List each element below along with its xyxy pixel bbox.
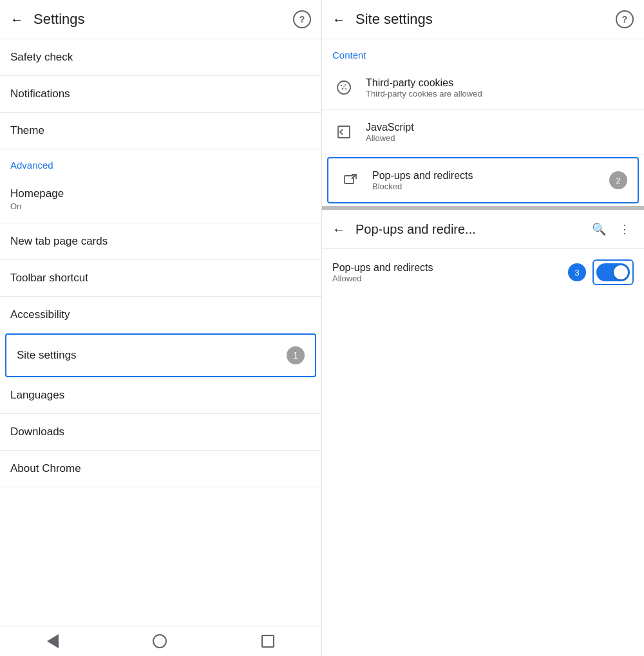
popups-toggle-label: Pop-ups and redirects — [332, 262, 568, 274]
svg-point-4 — [345, 88, 346, 89]
toolbar-shortcut-label: Toolbar shortcut — [10, 272, 311, 285]
popups-toggle-switch-wrapper — [592, 259, 634, 285]
cookies-title: Third-party cookies — [366, 77, 634, 89]
site-settings-list: Third-party cookies Third-party cookies … — [322, 66, 644, 203]
sidebar-item-accessibility[interactable]: Accessibility — [0, 297, 321, 333]
homepage-label: Homepage — [10, 187, 311, 200]
popups-toggle-row: Pop-ups and redirects Allowed 3 — [322, 249, 644, 295]
javascript-item[interactable]: JavaScript Allowed — [322, 110, 644, 155]
sidebar-item-theme[interactable]: Theme — [0, 113, 321, 149]
popups-subtitle: Blocked — [372, 182, 604, 191]
cookies-subtitle: Third-party cookies are allowed — [366, 89, 634, 98]
content-section-label: Content — [322, 39, 644, 66]
popups-title: Pop-ups and redirects — [372, 170, 604, 182]
accessibility-label: Accessibility — [10, 308, 311, 321]
theme-label: Theme — [10, 124, 311, 137]
site-settings-help-icon[interactable]: ? — [616, 10, 634, 28]
popup-icon — [339, 169, 362, 192]
notifications-label: Notifications — [10, 88, 311, 100]
js-title: JavaScript — [366, 122, 634, 133]
sidebar-item-about-chrome[interactable]: About Chrome — [0, 451, 321, 487]
svg-point-5 — [343, 86, 345, 88]
site-settings-panel: ← Site settings ? Content — [322, 0, 644, 210]
sidebar-item-languages[interactable]: Languages — [0, 377, 321, 414]
homepage-sublabel: On — [10, 201, 311, 211]
sidebar-item-downloads[interactable]: Downloads — [0, 414, 321, 451]
svg-point-0 — [337, 81, 350, 94]
svg-point-2 — [345, 84, 346, 86]
settings-header: ← Settings ? — [0, 0, 321, 39]
advanced-section-label: Advanced — [0, 149, 321, 176]
back-nav-icon[interactable] — [47, 634, 59, 648]
sidebar-item-toolbar-shortcut[interactable]: Toolbar shortcut — [0, 260, 321, 297]
site-settings-badge: 1 — [287, 346, 305, 364]
popups-badge: 2 — [609, 171, 627, 189]
downloads-label: Downloads — [10, 426, 311, 438]
more-options-icon[interactable]: ⋮ — [616, 220, 634, 238]
svg-rect-7 — [345, 176, 354, 183]
sidebar-item-site-settings[interactable]: Site settings 1 — [5, 333, 316, 377]
help-icon[interactable]: ? — [293, 10, 311, 28]
search-icon[interactable]: 🔍 — [590, 220, 608, 238]
safety-check-label: Safety check — [10, 51, 311, 64]
popups-detail-panel: ← Pop-ups and redire... 🔍 ⋮ Pop-ups and … — [322, 210, 644, 656]
toggle-knob — [614, 265, 628, 279]
popups-toggle-switch[interactable] — [596, 263, 630, 281]
svg-point-3 — [342, 88, 343, 89]
sidebar-item-safety-check[interactable]: Safety check — [0, 39, 321, 76]
site-settings-header: ← Site settings ? — [322, 0, 644, 39]
new-tab-label: New tab page cards — [10, 235, 311, 248]
js-subtitle: Allowed — [366, 133, 634, 143]
third-party-cookies-item[interactable]: Third-party cookies Third-party cookies … — [322, 66, 644, 110]
site-settings-label: Site settings — [17, 349, 279, 362]
js-icon — [332, 120, 355, 144]
popups-detail-title: Pop-ups and redire... — [355, 222, 582, 237]
popups-redirects-item[interactable]: Pop-ups and redirects Blocked 2 — [327, 157, 639, 203]
right-panel: ← Site settings ? Content — [322, 0, 644, 656]
sidebar-item-homepage[interactable]: Homepage On — [0, 176, 321, 223]
svg-point-1 — [341, 85, 342, 86]
settings-list: Safety check Notifications Theme Advance… — [0, 39, 321, 626]
site-settings-back-icon[interactable]: ← — [332, 12, 345, 27]
settings-title: Settings — [33, 11, 293, 28]
sidebar-item-notifications[interactable]: Notifications — [0, 76, 321, 113]
left-panel: ← Settings ? Safety check Notifications … — [0, 0, 322, 656]
sidebar-item-new-tab-page-cards[interactable]: New tab page cards — [0, 223, 321, 260]
about-chrome-label: About Chrome — [10, 462, 311, 475]
back-arrow-icon[interactable]: ← — [10, 12, 23, 27]
cookie-icon — [332, 76, 355, 99]
popups-detail-header: ← Pop-ups and redire... 🔍 ⋮ — [322, 210, 644, 249]
site-settings-panel-title: Site settings — [355, 11, 616, 28]
bottom-nav — [0, 626, 321, 656]
languages-label: Languages — [10, 389, 311, 402]
recent-nav-icon[interactable] — [261, 635, 274, 648]
popups-toggle-badge: 3 — [568, 263, 586, 281]
home-nav-icon[interactable] — [153, 634, 167, 648]
popups-toggle-sublabel: Allowed — [332, 274, 568, 283]
popups-back-icon[interactable]: ← — [332, 222, 345, 237]
